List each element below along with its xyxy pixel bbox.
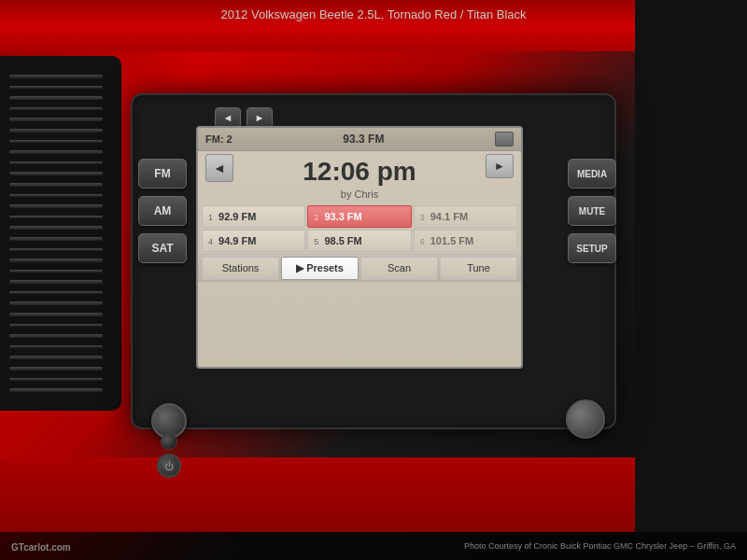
vent-slat: [9, 259, 103, 262]
scan-button[interactable]: Scan: [360, 257, 438, 280]
vent-slat: [9, 204, 103, 208]
vent-slat: [9, 356, 103, 359]
vent-slat: [9, 270, 103, 273]
power-button[interactable]: ⏻: [157, 454, 181, 478]
vent-slats: [9, 75, 103, 392]
tune-button[interactable]: Tune: [440, 257, 517, 280]
vent-slat: [9, 96, 103, 100]
right-dark: [635, 0, 747, 560]
setup-button[interactable]: SETUP: [568, 233, 616, 263]
media-button[interactable]: MEDIA: [568, 159, 616, 189]
vent-slat: [9, 367, 103, 371]
sound-icon: [495, 132, 514, 147]
mute-button[interactable]: MUTE: [568, 196, 616, 226]
menu-bar: Stations ▶ Presets Scan Tune: [198, 254, 521, 282]
footer-bar: GTcarlot.com Photo Courtesy of Cronic Bu…: [0, 532, 747, 560]
vent-slat: [9, 75, 103, 78]
vent-slat: [9, 248, 103, 252]
vent-slat: [9, 345, 103, 349]
vent-slat: [9, 324, 103, 328]
time-display: 12:06 pm: [198, 151, 521, 189]
station-name: by Chris: [198, 189, 521, 200]
vent-slat: [9, 150, 103, 154]
preset-frequency: 93.3 FM: [324, 211, 361, 222]
preset-number: 1: [208, 213, 213, 222]
vent-slat: [9, 237, 103, 241]
vent-slat: [9, 161, 103, 165]
current-station: 93.3 FM: [343, 133, 384, 146]
right-knob[interactable]: [566, 399, 605, 439]
right-side-buttons: MEDIA MUTE SETUP: [568, 159, 616, 263]
presets-button[interactable]: ▶ Presets: [281, 257, 359, 280]
vent-slat: [9, 291, 103, 295]
vent-slat: [9, 172, 103, 175]
prev-button[interactable]: ◄: [215, 107, 241, 128]
preset-5[interactable]: 5 98.5 FM: [307, 230, 411, 252]
preset-number: 6: [420, 237, 425, 246]
left-knob-inner: [161, 433, 177, 450]
preset-frequency: 94.9 FM: [218, 235, 256, 246]
preset-frequency: 101.5 FM: [430, 235, 473, 246]
fm-band-label: FM: 2: [205, 133, 233, 145]
stations-button[interactable]: Stations: [202, 257, 279, 280]
vent-slat: [9, 129, 103, 133]
preset-6[interactable]: 6 101.5 FM: [414, 230, 517, 252]
vent-slat: [9, 118, 103, 121]
sat-button[interactable]: SAT: [138, 233, 187, 263]
screen-header: FM: 2 93.3 FM: [198, 128, 521, 151]
preset-frequency: 98.5 FM: [324, 235, 361, 246]
preset-1[interactable]: 1 92.9 FM: [202, 205, 305, 228]
site-logo: GTcarlot.com: [11, 539, 71, 553]
vent-slat: [9, 226, 103, 230]
vent-slat: [9, 334, 103, 338]
preset-3[interactable]: 3 94.1 FM: [414, 205, 517, 228]
preset-frequency: 92.9 FM: [218, 211, 256, 222]
vent-slat: [9, 183, 103, 187]
vent-slat: [9, 280, 103, 284]
photo-credit: Photo Courtesy of Cronic Buick Pontiac G…: [464, 541, 736, 551]
vent-slat: [9, 388, 103, 392]
preset-number: 4: [208, 237, 213, 246]
left-side-buttons: FM AM SAT: [138, 159, 187, 263]
am-button[interactable]: AM: [138, 196, 187, 226]
vent-slat: [9, 107, 103, 111]
play-button[interactable]: ►: [486, 154, 514, 178]
preset-2[interactable]: 2 93.3 FM: [307, 205, 411, 228]
preset-number: 2: [314, 213, 318, 222]
preset-number: 5: [314, 237, 318, 246]
preset-number: 3: [420, 213, 425, 222]
radio-screen: FM: 2 93.3 FM ◄ ► 12:06 pm by Chris 1 92…: [196, 126, 523, 369]
preset-4[interactable]: 4 94.9 FM: [202, 230, 305, 252]
fm-button[interactable]: FM: [138, 159, 187, 189]
vent-slat: [9, 216, 103, 219]
preset-frequency: 94.1 FM: [430, 211, 468, 222]
page-title: 2012 Volkswagen Beetle 2.5L, Tornado Red…: [0, 7, 747, 21]
back-button[interactable]: ◄: [205, 154, 233, 182]
vent-slat: [9, 301, 103, 305]
vent-slat: [9, 140, 103, 144]
top-arrow-buttons: ◄ ►: [215, 107, 273, 128]
vent-slat: [9, 194, 103, 198]
vent-slat: [9, 86, 103, 90]
left-vent: [0, 56, 121, 411]
logo-text: GTcarlot.com: [11, 542, 71, 553]
preset-grid: 1 92.9 FM 2 93.3 FM 3 94.1 FM 4 94.9 FM …: [198, 205, 521, 252]
next-button[interactable]: ►: [247, 107, 273, 128]
vent-slat: [9, 378, 103, 382]
vent-slat: [9, 313, 103, 316]
